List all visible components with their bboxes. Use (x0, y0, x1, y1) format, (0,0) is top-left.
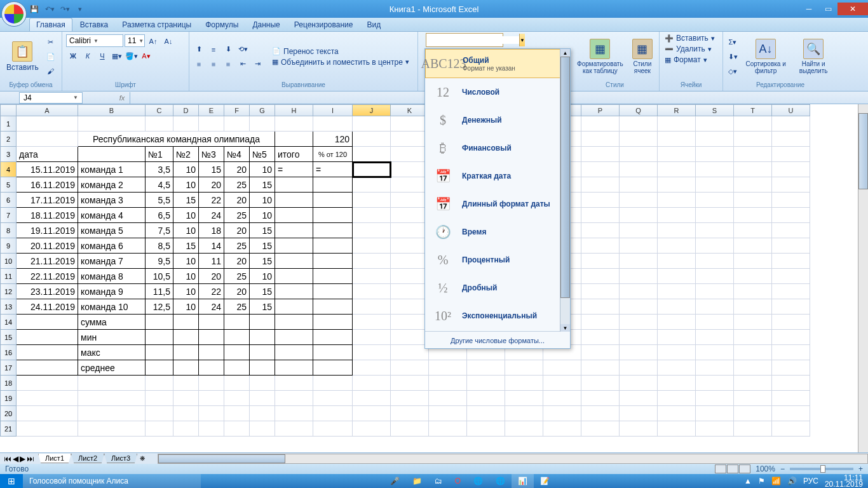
cell[interactable] (391, 177, 429, 193)
scroll-down-icon[interactable]: ▼ (560, 324, 570, 332)
cell[interactable] (250, 391, 275, 406)
cell[interactable] (772, 162, 810, 177)
menu-scrollbar[interactable]: ▲ ▼ (560, 49, 570, 332)
cell[interactable] (275, 421, 313, 437)
cell[interactable] (391, 315, 429, 330)
cell[interactable] (658, 299, 696, 315)
tab-nav-first-icon[interactable]: ⏮ (4, 454, 11, 463)
align-left-icon[interactable]: ≡ (192, 57, 206, 71)
cell[interactable] (734, 132, 772, 147)
cell[interactable] (467, 360, 505, 376)
cell[interactable]: 10 (173, 223, 199, 238)
cell[interactable] (313, 376, 353, 391)
cell[interactable] (391, 360, 429, 376)
align-center-icon[interactable]: ≡ (207, 57, 220, 71)
cell[interactable] (353, 330, 391, 345)
border-button[interactable]: ▦▾ (110, 49, 124, 63)
cell[interactable] (658, 254, 696, 269)
cell[interactable]: 15 (250, 284, 275, 299)
fx-icon[interactable]: fx (114, 94, 130, 102)
cell[interactable]: 20 (224, 162, 250, 177)
cell[interactable] (772, 360, 810, 376)
cell[interactable]: 25 (224, 177, 250, 193)
clear-icon[interactable]: ◇▾ (726, 64, 740, 78)
cell[interactable] (353, 391, 391, 406)
cell[interactable]: 23.11.2019 (17, 284, 78, 299)
format-option-4[interactable]: 📅Краткая дата (425, 162, 570, 190)
cell[interactable]: 10 (173, 299, 199, 315)
cell[interactable]: 10 (250, 269, 275, 284)
cell[interactable]: 6,5 (146, 208, 173, 223)
cell[interactable] (772, 376, 810, 391)
cell[interactable]: команда 9 (78, 284, 146, 299)
merge-center-button[interactable]: ▦ Объединить и поместить в центре ▾ (269, 57, 412, 67)
cell[interactable] (772, 147, 810, 162)
cell[interactable] (658, 238, 696, 254)
cell[interactable] (734, 238, 772, 254)
insert-cells-button[interactable]: ➕ Вставить ▾ (662, 33, 717, 43)
cell[interactable] (696, 147, 734, 162)
cell[interactable] (391, 330, 429, 345)
cell[interactable] (696, 223, 734, 238)
cell[interactable]: 19.11.2019 (17, 223, 78, 238)
cell[interactable] (391, 116, 429, 132)
cell[interactable] (17, 345, 78, 360)
format-as-table-button[interactable]: ▦ Форматировать как таблицу (573, 35, 627, 78)
cell[interactable]: команда 1 (78, 162, 146, 177)
cell[interactable] (173, 315, 199, 330)
cell[interactable] (250, 421, 275, 437)
cell[interactable] (620, 147, 658, 162)
cell[interactable] (353, 147, 391, 162)
col-header-J[interactable]: J (353, 105, 391, 116)
cell[interactable] (620, 162, 658, 177)
row-header[interactable]: 19 (1, 391, 17, 406)
cell[interactable] (224, 345, 250, 360)
cell[interactable] (658, 284, 696, 299)
cell[interactable] (658, 406, 696, 421)
cell[interactable] (173, 391, 199, 406)
cell[interactable] (772, 238, 810, 254)
cell[interactable] (620, 208, 658, 223)
cell[interactable] (146, 391, 173, 406)
align-right-icon[interactable]: ≡ (221, 57, 235, 71)
cell[interactable] (275, 376, 313, 391)
cell[interactable] (734, 330, 772, 345)
tray-sound-icon[interactable]: 🔊 (787, 477, 797, 485)
cell[interactable] (696, 391, 734, 406)
cell[interactable] (199, 315, 224, 330)
format-option-9[interactable]: 10²Экспоненциальный (425, 302, 570, 330)
row-header[interactable]: 13 (1, 299, 17, 315)
cell[interactable] (353, 406, 391, 421)
cell[interactable] (275, 299, 313, 315)
cell[interactable] (772, 193, 810, 208)
cell[interactable] (696, 421, 734, 437)
cell[interactable] (772, 391, 810, 406)
col-header-B[interactable]: B (78, 105, 146, 116)
cell[interactable] (581, 360, 620, 376)
cell[interactable] (391, 238, 429, 254)
cell[interactable]: команда 3 (78, 193, 146, 208)
tab-formulas[interactable]: Формулы (199, 18, 245, 31)
cell[interactable]: 25 (224, 269, 250, 284)
cell[interactable] (772, 315, 810, 330)
cell[interactable] (581, 299, 620, 315)
cell[interactable] (658, 116, 696, 132)
zoom-in-icon[interactable]: + (858, 464, 863, 473)
cell[interactable] (658, 269, 696, 284)
cell[interactable] (353, 223, 391, 238)
cell[interactable]: №1 (146, 147, 173, 162)
orientation-icon[interactable]: ⟲▾ (236, 43, 250, 57)
cell[interactable] (78, 421, 146, 437)
cell[interactable] (658, 177, 696, 193)
cell[interactable] (250, 345, 275, 360)
col-header-E[interactable]: E (199, 105, 224, 116)
cell[interactable] (391, 162, 429, 177)
cell[interactable]: итого (275, 147, 313, 162)
cell[interactable] (313, 116, 353, 132)
cell[interactable]: 11 (199, 254, 224, 269)
tab-page-layout[interactable]: Разметка страницы (116, 18, 198, 31)
cell[interactable] (353, 162, 391, 177)
copy-icon[interactable]: 📄 (44, 50, 58, 64)
cell[interactable] (696, 406, 734, 421)
cell[interactable] (173, 330, 199, 345)
